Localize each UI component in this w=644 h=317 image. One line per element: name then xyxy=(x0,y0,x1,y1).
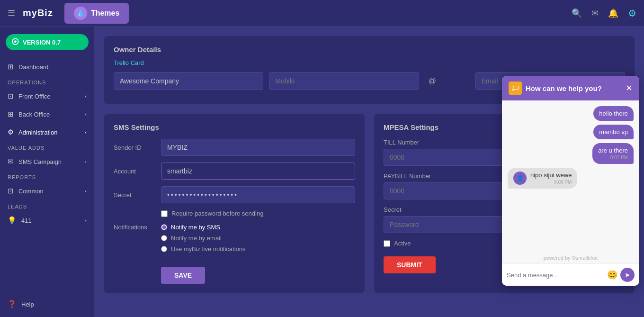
chat-header-icon: 🏷 xyxy=(509,82,522,95)
chat-close-button[interactable]: ✕ xyxy=(626,83,633,93)
notify-sms-radio[interactable] xyxy=(161,224,167,230)
notify-live-label: Use myBiz live notifications xyxy=(171,245,246,253)
version-label: VERSION 0.7 xyxy=(23,39,61,46)
notify-sms-row: Notify me by SMS xyxy=(161,224,246,231)
sidebar-label-dashboard: Dashboard xyxy=(18,63,49,71)
sidebar-item-leads[interactable]: 💡 411 ‹ xyxy=(0,211,94,229)
sidebar-label-help: Help xyxy=(21,301,34,308)
at-icon: @ xyxy=(425,77,440,85)
sender-id-row: Sender ID xyxy=(114,139,355,156)
administration-icon: ⚙ xyxy=(8,128,14,136)
sidebar-item-sms-campaign[interactable]: ✉ SMS Campaign ‹ xyxy=(0,153,94,171)
chat-message-1: hello there xyxy=(593,106,634,121)
back-office-icon: ⊞ xyxy=(8,110,14,118)
trello-link[interactable]: Trello Card xyxy=(114,59,625,66)
notify-sms-label: Notify me by SMS xyxy=(171,224,220,231)
sidebar-label-leads: 411 xyxy=(21,217,32,224)
common-icon: ⊡ xyxy=(8,187,14,195)
chat-avatar: 👤 xyxy=(513,172,527,185)
back-office-arrow: ‹ xyxy=(85,111,87,117)
notifications-row: Notifications Notify me by SMS Notify me… xyxy=(114,224,355,260)
mail-icon[interactable]: ✉ xyxy=(591,8,599,18)
sms-campaign-arrow: ‹ xyxy=(85,159,87,164)
require-password-checkbox[interactable] xyxy=(161,210,168,217)
common-arrow: ‹ xyxy=(85,188,87,194)
at-icon-wrap: @ xyxy=(425,72,470,90)
account-label: Account xyxy=(114,168,161,175)
require-password-row: Require password before sending xyxy=(161,210,355,217)
notify-email-label: Notify me by email xyxy=(171,235,222,242)
account-row: Account xyxy=(114,163,355,180)
theme-button[interactable]: 💧 Themes xyxy=(64,3,129,24)
topbar: ☰ myBiz 💧 Themes 🔍 ✉ 🔔 ⚙ xyxy=(0,0,644,27)
chat-input-row: 😊 ➤ xyxy=(502,263,639,286)
notifications-label: Notifications xyxy=(114,224,161,231)
mobile-field xyxy=(269,72,419,90)
notifications-radio-group: Notify me by SMS Notify me by email Use … xyxy=(161,224,246,253)
company-field xyxy=(114,72,263,90)
github-icon: ⦿ xyxy=(11,38,19,46)
chat-header: 🏷 How can we help you? ✕ xyxy=(502,76,639,100)
notify-live-row: Use myBiz live notifications xyxy=(161,245,246,253)
sms-campaign-icon: ✉ xyxy=(8,157,14,166)
secret-input[interactable] xyxy=(161,186,355,203)
company-input[interactable] xyxy=(114,72,263,90)
sender-id-value xyxy=(161,139,355,156)
administration-arrow: ‹ xyxy=(85,129,87,135)
owner-details-title: Owner Details xyxy=(114,45,625,54)
sms-settings-title: SMS Settings xyxy=(114,123,355,131)
chat-title: How can we help you? xyxy=(526,84,622,92)
theme-label: Themes xyxy=(91,9,119,18)
dashboard-icon: ⊞ xyxy=(8,63,14,71)
active-label: Active xyxy=(394,240,411,247)
sender-id-input[interactable] xyxy=(161,139,355,156)
reports-label: REPORTS xyxy=(0,171,94,182)
sidebar-item-common[interactable]: ⊡ Common ‹ xyxy=(0,182,94,200)
submit-button[interactable]: SUBMIT xyxy=(384,256,436,273)
sidebar-label-sms-campaign: SMS Campaign xyxy=(18,158,62,165)
chat-send-button[interactable]: ➤ xyxy=(620,268,635,282)
mobile-input[interactable] xyxy=(269,72,419,90)
bell-icon[interactable]: 🔔 xyxy=(608,8,618,18)
version-badge[interactable]: ⦿ VERSION 0.7 xyxy=(6,34,89,50)
sender-id-label: Sender ID xyxy=(114,144,161,151)
chat-powered-by: powered by ©smallchat xyxy=(502,252,639,263)
secret-row: Secret xyxy=(114,186,355,203)
search-icon[interactable]: 🔍 xyxy=(572,8,582,18)
chat-input[interactable] xyxy=(507,272,604,279)
brand-logo: myBiz xyxy=(23,8,53,18)
topbar-right: 🔍 ✉ 🔔 ⚙ xyxy=(572,8,636,19)
save-button[interactable]: SAVE xyxy=(161,267,205,284)
sidebar-item-back-office[interactable]: ⊞ Back Office ‹ xyxy=(0,105,94,123)
sidebar-label-administration: Administration xyxy=(18,129,57,136)
sidebar-item-dashboard[interactable]: ⊞ Dashboard xyxy=(0,58,94,76)
chat-message-3: are u there 8:07 PM xyxy=(592,143,634,164)
notify-email-row: Notify me by email xyxy=(161,235,246,242)
sms-settings-card: SMS Settings Sender ID Account Secret xyxy=(104,114,365,293)
sidebar-item-front-office[interactable]: ⊡ Front Office ‹ xyxy=(0,87,94,105)
save-button-row: SAVE xyxy=(114,267,355,284)
account-input[interactable] xyxy=(161,163,355,180)
chat-messages: hello there mambo vp are u there 8:07 PM… xyxy=(502,100,639,252)
account-value xyxy=(161,163,355,180)
help-icon: ❓ xyxy=(8,300,17,308)
leads-icon: 💡 xyxy=(8,216,17,225)
theme-icon: 💧 xyxy=(74,7,87,20)
gear-icon[interactable]: ⚙ xyxy=(628,8,636,19)
active-checkbox[interactable] xyxy=(384,240,390,247)
value-adds-label: VALUE ADDS xyxy=(0,141,94,153)
secret-label: Secret xyxy=(114,191,161,199)
sidebar-item-administration[interactable]: ⚙ Administration ‹ xyxy=(0,123,94,141)
front-office-arrow: ‹ xyxy=(85,93,87,99)
front-office-icon: ⊡ xyxy=(8,92,14,100)
secret-value xyxy=(161,186,355,203)
chat-message-2: mambo vp xyxy=(593,125,634,139)
notify-email-radio[interactable] xyxy=(161,235,167,241)
require-password-label: Require password before sending xyxy=(171,210,263,217)
emoji-icon[interactable]: 😊 xyxy=(607,270,617,280)
sidebar-item-help[interactable]: ❓ Help xyxy=(0,295,94,313)
chat-msg-time-4: 8:08 PM xyxy=(530,180,572,185)
sidebar: ⦿ VERSION 0.7 ⊞ Dashboard OPERATIONS ⊡ F… xyxy=(0,27,95,317)
notify-live-radio[interactable] xyxy=(161,246,167,252)
menu-icon[interactable]: ☰ xyxy=(8,8,15,18)
